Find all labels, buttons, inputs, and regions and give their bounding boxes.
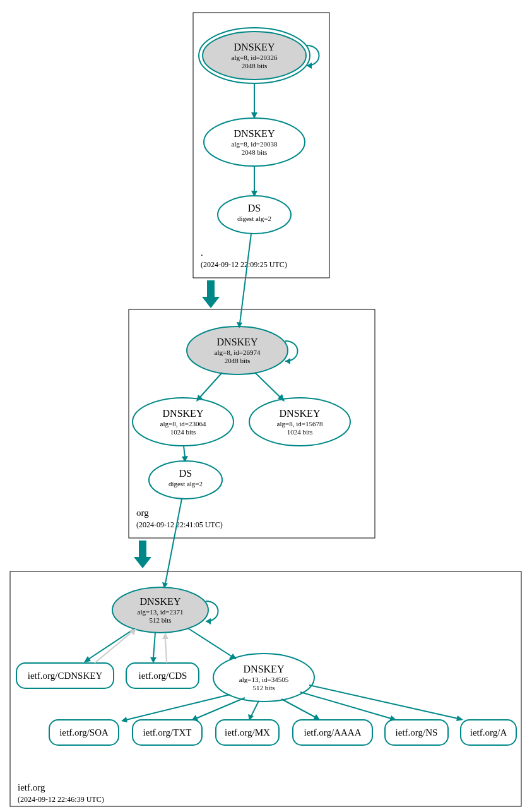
svg-text:digest alg=2: digest alg=2 xyxy=(237,215,271,222)
node-org-zsk2: DNSKEY alg=8, id=15678 1024 bits xyxy=(249,398,350,446)
svg-marker-53 xyxy=(162,633,168,639)
edge-ietf-ksk-cds xyxy=(153,632,155,658)
edge-org-ksk-zsk2 xyxy=(255,373,281,398)
svg-text:digest alg=2: digest alg=2 xyxy=(168,480,203,487)
zone-org-timestamp: (2024-09-12 22:41:05 UTC) xyxy=(136,520,223,529)
svg-text:ietf.org/MX: ietf.org/MX xyxy=(225,727,270,738)
edge-ietf-zsk-ns xyxy=(300,692,391,719)
svg-text:ietf.org/NS: ietf.org/NS xyxy=(396,727,438,738)
node-ietf-soa: ietf.org/SOA xyxy=(49,720,119,745)
svg-text:alg=8, id=26974: alg=8, id=26974 xyxy=(215,349,261,356)
edge-root-ds-org-ksk xyxy=(240,234,251,323)
svg-text:alg=13, id=34505: alg=13, id=34505 xyxy=(239,676,289,683)
svg-text:ietf.org/TXT: ietf.org/TXT xyxy=(143,727,192,738)
node-org-zsk1: DNSKEY alg=8, id=23064 1024 bits xyxy=(133,398,233,446)
svg-text:DS: DS xyxy=(248,203,261,213)
svg-text:DS: DS xyxy=(179,468,192,479)
zone-root-label: . xyxy=(201,248,203,258)
svg-text:2048 bits: 2048 bits xyxy=(242,148,268,156)
svg-marker-71 xyxy=(456,715,463,721)
node-ietf-a: ietf.org/A xyxy=(461,720,516,745)
svg-text:alg=8, id=23064: alg=8, id=23064 xyxy=(160,420,206,427)
svg-text:alg=8, id=20038: alg=8, id=20038 xyxy=(232,140,278,148)
svg-marker-20 xyxy=(285,358,290,364)
node-ietf-ksk: DNSKEY alg=13, id=2371 512 bits xyxy=(112,587,208,633)
svg-text:DNSKEY: DNSKEY xyxy=(234,128,275,139)
svg-text:DNSKEY: DNSKEY xyxy=(140,596,181,607)
zone-arrow-root-org xyxy=(202,280,220,308)
edge-org-ds-ietf-ksk xyxy=(165,499,182,583)
node-ietf-cds: ietf.org/CDS xyxy=(126,663,199,688)
zone-ietf-timestamp: (2024-09-12 22:46:39 UTC) xyxy=(18,795,104,804)
edge-ietf-ksk-cdnskey xyxy=(88,628,135,659)
svg-text:512 bits: 512 bits xyxy=(149,616,171,624)
edge-org-zsk1-ds xyxy=(184,446,185,457)
svg-text:2048 bits: 2048 bits xyxy=(242,62,268,69)
edge-org-ksk-zsk1 xyxy=(199,373,222,398)
edge-ietf-zsk-aaaa xyxy=(281,699,316,717)
svg-text:DNSKEY: DNSKEY xyxy=(244,664,285,674)
node-ietf-mx: ietf.org/MX xyxy=(216,720,279,745)
svg-text:ietf.org/SOA: ietf.org/SOA xyxy=(59,727,109,738)
node-root-ksk: DNSKEY alg=8, id=20326 2048 bits xyxy=(199,28,310,83)
svg-text:alg=13, id=2371: alg=13, id=2371 xyxy=(138,608,184,616)
svg-text:1024 bits: 1024 bits xyxy=(287,428,313,436)
zone-org-label: org xyxy=(136,508,149,518)
svg-text:512 bits: 512 bits xyxy=(252,684,275,691)
svg-text:DNSKEY: DNSKEY xyxy=(234,42,275,52)
svg-text:DNSKEY: DNSKEY xyxy=(280,408,321,419)
svg-text:DNSKEY: DNSKEY xyxy=(163,408,204,419)
svg-text:2048 bits: 2048 bits xyxy=(225,357,251,364)
zone-ietf-label: ietf.org xyxy=(18,782,45,792)
node-ietf-txt: ietf.org/TXT xyxy=(133,720,202,745)
node-root-ds: DS digest alg=2 xyxy=(218,196,291,234)
svg-text:ietf.org/AAAA: ietf.org/AAAA xyxy=(304,727,362,738)
edge-ietf-cds-ksk xyxy=(165,638,167,663)
node-ietf-cdnskey: ietf.org/CDNSKEY xyxy=(16,663,114,688)
node-ietf-ns: ietf.org/NS xyxy=(385,720,448,745)
svg-marker-52 xyxy=(150,657,157,663)
node-org-ksk: DNSKEY alg=8, id=26974 2048 bits xyxy=(187,326,288,374)
svg-text:alg=8, id=15678: alg=8, id=15678 xyxy=(277,420,323,427)
edge-ietf-ksk-zsk xyxy=(188,628,232,657)
svg-marker-40 xyxy=(206,618,211,625)
svg-text:ietf.org/A: ietf.org/A xyxy=(470,727,507,738)
svg-marker-45 xyxy=(229,654,237,659)
svg-text:ietf.org/CDNSKEY: ietf.org/CDNSKEY xyxy=(28,671,103,681)
svg-text:ietf.org/CDS: ietf.org/CDS xyxy=(139,671,187,681)
node-ietf-aaaa: ietf.org/AAAA xyxy=(293,720,372,745)
svg-text:DNSKEY: DNSKEY xyxy=(217,337,258,347)
svg-text:alg=8, id=20326: alg=8, id=20326 xyxy=(232,54,278,61)
edge-ietf-zsk-soa xyxy=(126,695,230,720)
svg-text:1024 bits: 1024 bits xyxy=(170,428,196,436)
edge-ietf-zsk-a xyxy=(309,685,458,719)
edge-ietf-zsk-mx xyxy=(251,701,259,716)
node-root-zsk: DNSKEY alg=8, id=20038 2048 bits xyxy=(204,118,305,166)
svg-marker-66 xyxy=(121,717,127,722)
svg-marker-48 xyxy=(84,656,91,662)
zone-root-timestamp: (2024-09-12 22:09:25 UTC) xyxy=(201,260,287,269)
edge-ietf-cdnskey-ksk xyxy=(95,631,133,663)
zone-arrow-org-ietf xyxy=(134,541,151,568)
node-org-ds: DS digest alg=2 xyxy=(149,461,222,499)
